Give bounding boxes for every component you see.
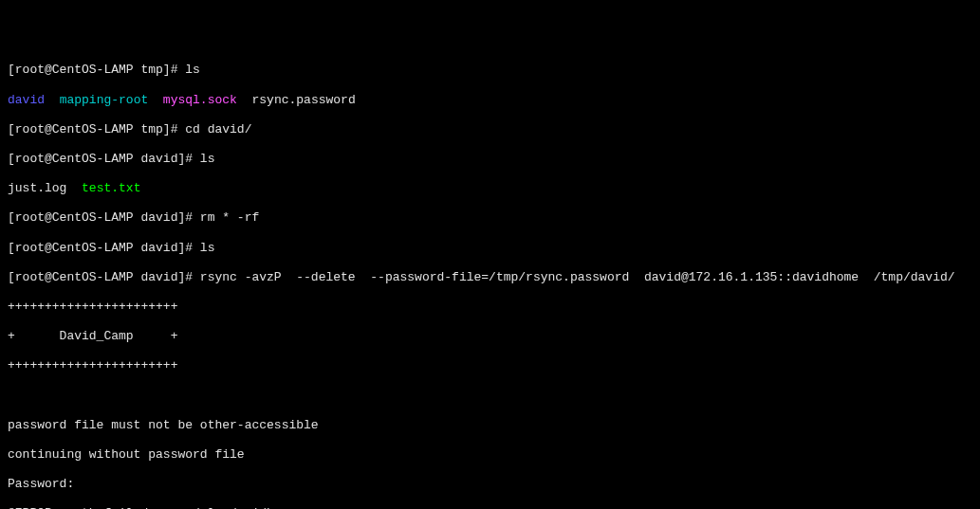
ls-output: david mapping-root mysql.sock rsync.pass… [8, 93, 972, 108]
banner: + David_Camp + [8, 329, 972, 344]
error: continuing without password file [8, 447, 972, 463]
banner: +++++++++++++++++++++++ [8, 358, 972, 373]
blank [8, 388, 972, 403]
line: [root@CentOS-LAMP tmp]# ls [8, 63, 972, 78]
line: [root@CentOS-LAMP david]# rsync -avzP --… [8, 270, 972, 285]
line: [root@CentOS-LAMP david]# ls [8, 241, 972, 256]
error: Password: [8, 477, 972, 492]
line: [root@CentOS-LAMP david]# rm * -rf [8, 210, 972, 226]
line: [root@CentOS-LAMP david]# ls [8, 152, 972, 167]
error: password file must not be other-accessib… [8, 418, 972, 433]
ls-output: just.log test.txt [8, 181, 972, 196]
banner: +++++++++++++++++++++++ [8, 300, 972, 315]
line: [root@CentOS-LAMP tmp]# cd david/ [8, 122, 972, 137]
